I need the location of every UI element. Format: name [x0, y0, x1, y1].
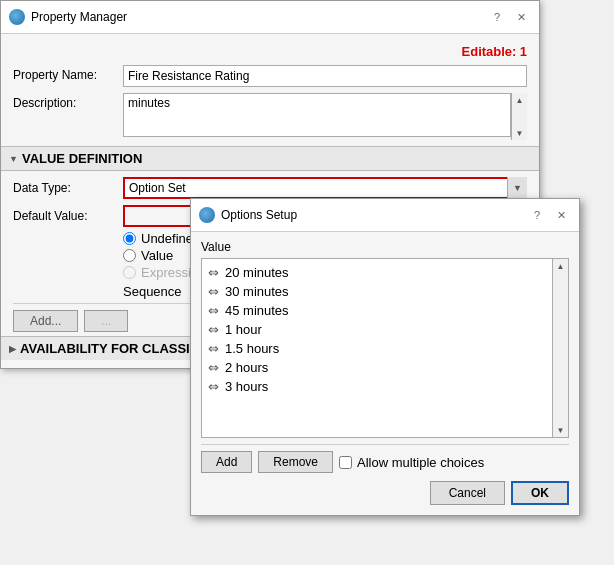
radio-undefined-input[interactable] [123, 232, 136, 245]
property-manager-titlebar: Property Manager ? ✕ [1, 1, 539, 34]
drag-icon: ⇔ [208, 322, 219, 337]
window-title: Property Manager [31, 10, 127, 24]
property-name-row: Property Name: [13, 65, 527, 87]
options-setup-dialog: Options Setup ? ✕ Value ⇔20 minutes⇔30 m… [190, 198, 580, 516]
add-button[interactable]: Add... [13, 310, 78, 332]
list-item-label: 1.5 hours [225, 341, 279, 356]
description-label: Description: [13, 93, 123, 110]
list-item[interactable]: ⇔1.5 hours [202, 339, 568, 358]
drag-icon: ⇔ [208, 341, 219, 356]
editable-row: Editable: 1 [13, 42, 527, 65]
drag-icon: ⇔ [208, 303, 219, 318]
value-section-label: VALUE DEFINITION [22, 151, 142, 166]
dialog-bottom-left: Add Remove Allow multiple choices [201, 451, 484, 473]
dialog-ok-cancel: Cancel OK [201, 477, 569, 507]
scroll-up-arrow[interactable]: ▲ [513, 93, 527, 107]
list-item[interactable]: ⇔20 minutes [202, 263, 568, 282]
dialog-remove-button[interactable]: Remove [258, 451, 333, 473]
description-wrapper: ▲ ▼ [123, 93, 527, 140]
dialog-titlebar-left: Options Setup [199, 207, 297, 223]
drag-icon: ⇔ [208, 284, 219, 299]
window-controls: ? ✕ [487, 7, 531, 27]
list-item[interactable]: ⇔45 minutes [202, 301, 568, 320]
description-scrollbar: ▲ ▼ [511, 93, 527, 140]
list-scroll-down[interactable]: ▼ [554, 423, 568, 437]
description-row: Description: ▲ ▼ [13, 93, 527, 140]
help-button[interactable]: ? [487, 7, 507, 27]
data-type-row: Data Type: Option Set ▼ [13, 177, 527, 199]
allow-multiple-checkbox[interactable] [339, 456, 352, 469]
data-type-select[interactable]: Option Set [123, 177, 527, 199]
list-item-label: 20 minutes [225, 265, 289, 280]
radio-expression-input[interactable] [123, 266, 136, 279]
list-item-label: 1 hour [225, 322, 262, 337]
options-list-wrapper: ⇔20 minutes⇔30 minutes⇔45 minutes⇔1 hour… [201, 258, 569, 438]
list-item[interactable]: ⇔3 hours [202, 377, 568, 396]
value-column-header: Value [201, 240, 569, 254]
property-name-input[interactable] [123, 65, 527, 87]
list-item-label: 2 hours [225, 360, 268, 375]
app-icon [9, 9, 25, 25]
dialog-ok-button[interactable]: OK [511, 481, 569, 505]
list-item-label: 3 hours [225, 379, 268, 394]
description-textarea[interactable] [123, 93, 511, 137]
allow-multiple-label: Allow multiple choices [357, 455, 484, 470]
sequence-label: Sequence [123, 284, 182, 299]
list-scrollbar: ▲ ▼ [552, 259, 568, 437]
dialog-cancel-button[interactable]: Cancel [430, 481, 505, 505]
editable-label: Editable: [462, 44, 517, 59]
dialog-titlebar: Options Setup ? ✕ [191, 199, 579, 232]
scroll-down-arrow[interactable]: ▼ [513, 126, 527, 140]
radio-value-input[interactable] [123, 249, 136, 262]
titlebar-left: Property Manager [9, 9, 127, 25]
dialog-controls: ? ✕ [527, 205, 571, 225]
list-item-label: 30 minutes [225, 284, 289, 299]
dialog-close-button[interactable]: ✕ [551, 205, 571, 225]
radio-value-label: Value [141, 248, 173, 263]
dialog-content: Value ⇔20 minutes⇔30 minutes⇔45 minutes⇔… [191, 232, 579, 515]
default-value-label: Default Value: [13, 209, 123, 223]
allow-multiple-row: Allow multiple choices [339, 455, 484, 470]
dialog-bottom: Add Remove Allow multiple choices [201, 444, 569, 477]
list-item[interactable]: ⇔1 hour [202, 320, 568, 339]
dialog-app-icon [199, 207, 215, 223]
dialog-help-button[interactable]: ? [527, 205, 547, 225]
list-item[interactable]: ⇔2 hours [202, 358, 568, 377]
editable-value: 1 [520, 44, 527, 59]
data-type-label: Data Type: [13, 181, 123, 195]
property-name-label: Property Name: [13, 65, 123, 82]
avail-section-icon: ▶ [9, 344, 16, 354]
value-definition-section[interactable]: ▼ VALUE DEFINITION [1, 146, 539, 171]
drag-icon: ⇔ [208, 265, 219, 280]
second-button[interactable]: ... [84, 310, 128, 332]
list-scroll-up[interactable]: ▲ [554, 259, 568, 273]
drag-icon: ⇔ [208, 360, 219, 375]
list-item-label: 45 minutes [225, 303, 289, 318]
data-type-select-wrapper: Option Set ▼ [123, 177, 527, 199]
section-collapse-icon: ▼ [9, 154, 18, 164]
close-button[interactable]: ✕ [511, 7, 531, 27]
options-list: ⇔20 minutes⇔30 minutes⇔45 minutes⇔1 hour… [202, 259, 568, 437]
dialog-add-button[interactable]: Add [201, 451, 252, 473]
list-item[interactable]: ⇔30 minutes [202, 282, 568, 301]
drag-icon: ⇔ [208, 379, 219, 394]
dialog-title: Options Setup [221, 208, 297, 222]
